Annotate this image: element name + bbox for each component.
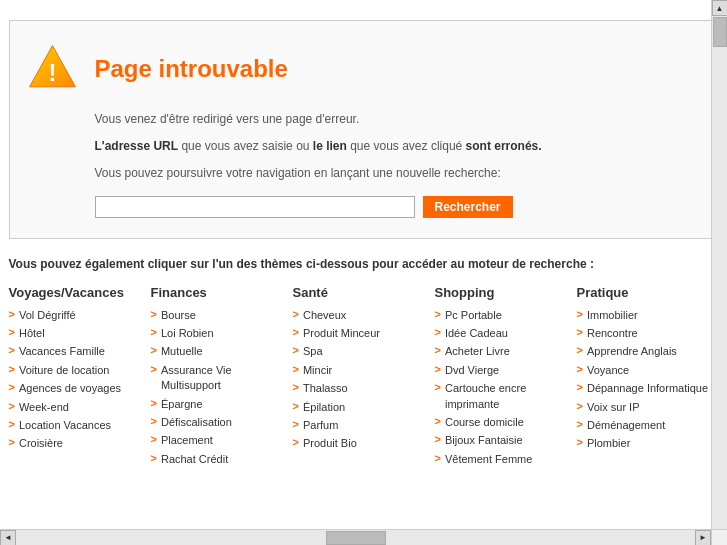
error-line3: Vous pouvez poursuivre votre navigation …	[95, 164, 698, 183]
theme-arrow-icon: >	[435, 326, 441, 338]
theme-link[interactable]: Vêtement Femme	[445, 452, 532, 467]
theme-arrow-icon: >	[435, 381, 441, 393]
theme-column-title-1: Finances	[151, 285, 293, 300]
list-item: >Produit Minceur	[293, 326, 435, 341]
theme-arrow-icon: >	[9, 381, 15, 393]
theme-link[interactable]: Thalasso	[303, 381, 348, 396]
theme-arrow-icon: >	[577, 326, 583, 338]
theme-link[interactable]: Spa	[303, 344, 323, 359]
theme-arrow-icon: >	[151, 308, 157, 320]
list-item: >Voyance	[577, 363, 719, 378]
theme-link[interactable]: Acheter Livre	[445, 344, 510, 359]
theme-column-title-0: Voyages/Vacances	[9, 285, 151, 300]
theme-link[interactable]: Assurance Vie Multisupport	[161, 363, 293, 394]
theme-link[interactable]: Rencontre	[587, 326, 638, 341]
theme-link[interactable]: Vol Dégriffé	[19, 308, 76, 323]
theme-link[interactable]: Hôtel	[19, 326, 45, 341]
theme-arrow-icon: >	[435, 452, 441, 464]
list-item: >Rachat Crédit	[151, 452, 293, 467]
list-item: >Parfum	[293, 418, 435, 433]
list-item: >Déménagement	[577, 418, 719, 433]
theme-link[interactable]: Défiscalisation	[161, 415, 232, 430]
scroll-left-button[interactable]: ◄	[0, 530, 16, 546]
theme-link[interactable]: Voyance	[587, 363, 629, 378]
theme-arrow-icon: >	[9, 363, 15, 375]
theme-arrow-icon: >	[151, 363, 157, 375]
theme-arrow-icon: >	[577, 308, 583, 320]
theme-link[interactable]: Produit Bio	[303, 436, 357, 451]
theme-column-pratique: Pratique>Immobilier>Rencontre>Apprendre …	[577, 285, 719, 471]
theme-link[interactable]: Épilation	[303, 400, 345, 415]
theme-list-0: >Vol Dégriffé>Hôtel>Vacances Famille>Voi…	[9, 308, 151, 452]
list-item: >Idée Cadeau	[435, 326, 577, 341]
theme-link[interactable]: Vacances Famille	[19, 344, 105, 359]
theme-link[interactable]: Dépannage Informatique	[587, 381, 708, 396]
svg-text:!: !	[48, 59, 56, 86]
theme-link[interactable]: Immobilier	[587, 308, 638, 323]
list-item: >Loi Robien	[151, 326, 293, 341]
theme-link[interactable]: Mutuelle	[161, 344, 203, 359]
search-button[interactable]: Rechercher	[423, 196, 513, 218]
theme-link[interactable]: Cheveux	[303, 308, 346, 323]
theme-arrow-icon: >	[293, 363, 299, 375]
theme-link[interactable]: Bijoux Fantaisie	[445, 433, 523, 448]
theme-arrow-icon: >	[293, 436, 299, 448]
list-item: >Épargne	[151, 397, 293, 412]
theme-arrow-icon: >	[151, 344, 157, 356]
list-item: >Dépannage Informatique	[577, 381, 719, 396]
theme-column-title-4: Pratique	[577, 285, 719, 300]
scroll-thumb-right[interactable]	[713, 17, 727, 47]
scroll-right-button[interactable]: ►	[695, 530, 711, 546]
theme-link[interactable]: Mincir	[303, 363, 332, 378]
theme-link[interactable]: Idée Cadeau	[445, 326, 508, 341]
theme-link[interactable]: Croisière	[19, 436, 63, 451]
list-item: >Acheter Livre	[435, 344, 577, 359]
theme-link[interactable]: Location Vacances	[19, 418, 111, 433]
theme-arrow-icon: >	[9, 436, 15, 448]
theme-link[interactable]: Dvd Vierge	[445, 363, 499, 378]
theme-link[interactable]: Produit Minceur	[303, 326, 380, 341]
theme-arrow-icon: >	[151, 397, 157, 409]
theme-arrow-icon: >	[9, 308, 15, 320]
theme-arrow-icon: >	[293, 344, 299, 356]
theme-arrow-icon: >	[435, 344, 441, 356]
scrollbar-bottom: ◄ ►	[0, 529, 711, 545]
theme-list-2: >Cheveux>Produit Minceur>Spa>Mincir>Thal…	[293, 308, 435, 452]
theme-link[interactable]: Agences de voyages	[19, 381, 121, 396]
error-box: ! Page introuvable Vous venez d'être red…	[9, 20, 719, 239]
theme-column-voyages-vacances: Voyages/Vacances>Vol Dégriffé>Hôtel>Vaca…	[9, 285, 151, 471]
scroll-corner	[711, 529, 727, 545]
theme-list-1: >Bourse>Loi Robien>Mutuelle>Assurance Vi…	[151, 308, 293, 468]
search-input[interactable]	[95, 196, 415, 218]
list-item: >Vol Dégriffé	[9, 308, 151, 323]
theme-link[interactable]: Rachat Crédit	[161, 452, 228, 467]
theme-link[interactable]: Course domicile	[445, 415, 524, 430]
theme-link[interactable]: Loi Robien	[161, 326, 214, 341]
theme-arrow-icon: >	[435, 415, 441, 427]
theme-link[interactable]: Voiture de location	[19, 363, 110, 378]
theme-link[interactable]: Bourse	[161, 308, 196, 323]
theme-arrow-icon: >	[577, 381, 583, 393]
theme-link[interactable]: Épargne	[161, 397, 203, 412]
theme-arrow-icon: >	[293, 326, 299, 338]
theme-arrow-icon: >	[577, 400, 583, 412]
theme-list-4: >Immobilier>Rencontre>Apprendre Anglais>…	[577, 308, 719, 452]
list-item: >Course domicile	[435, 415, 577, 430]
theme-arrow-icon: >	[577, 344, 583, 356]
theme-link[interactable]: Plombier	[587, 436, 630, 451]
theme-link[interactable]: Voix sur IP	[587, 400, 640, 415]
list-item: >Plombier	[577, 436, 719, 451]
theme-link[interactable]: Parfum	[303, 418, 338, 433]
theme-link[interactable]: Placement	[161, 433, 213, 448]
scroll-up-button[interactable]: ▲	[712, 0, 728, 16]
theme-link[interactable]: Pc Portable	[445, 308, 502, 323]
theme-arrow-icon: >	[435, 308, 441, 320]
scroll-thumb-bottom[interactable]	[326, 531, 386, 545]
list-item: >Agences de voyages	[9, 381, 151, 396]
theme-link[interactable]: Week-end	[19, 400, 69, 415]
theme-link[interactable]: Déménagement	[587, 418, 665, 433]
theme-link[interactable]: Cartouche encre imprimante	[445, 381, 577, 412]
theme-arrow-icon: >	[9, 418, 15, 430]
theme-link[interactable]: Apprendre Anglais	[587, 344, 677, 359]
theme-arrow-icon: >	[577, 363, 583, 375]
